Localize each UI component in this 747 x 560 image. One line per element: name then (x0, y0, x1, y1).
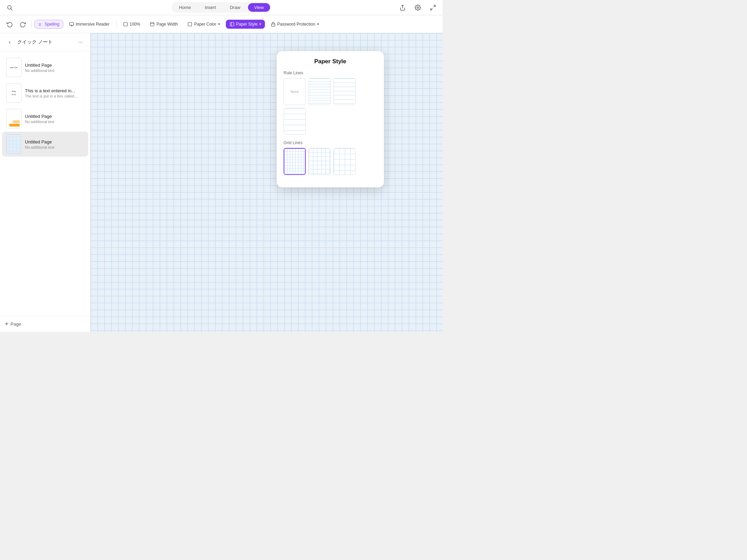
grid-medium-preview (309, 148, 330, 175)
page-subtitle-4: No additional text (25, 145, 84, 149)
popup-title: Paper Style (284, 58, 377, 65)
svg-rect-10 (123, 22, 127, 26)
rule-none-option[interactable]: None (284, 78, 306, 105)
svg-line-1 (11, 9, 12, 10)
paper-style-popup: Paper Style Rule Lines None Grid Lines (277, 51, 384, 187)
svg-line-5 (431, 8, 432, 10)
grid-large-option[interactable] (333, 148, 356, 175)
tab-view[interactable]: View (248, 3, 270, 12)
page-item-4[interactable]: Untitled Page No additional text (2, 132, 88, 157)
grid-small-option[interactable] (284, 148, 306, 175)
svg-line-4 (434, 5, 435, 7)
add-page-label: Page (11, 321, 21, 327)
page-item-3[interactable]: Untitled Page No additional text (2, 106, 88, 131)
zoom-button[interactable]: 100% (119, 20, 144, 29)
page-title-2: This is a text entered in... (25, 88, 84, 93)
main-canvas[interactable] (91, 33, 443, 332)
svg-rect-11 (150, 22, 154, 26)
nav-icons-right (397, 2, 439, 13)
immersive-reader-button[interactable]: Immersive Reader (65, 20, 113, 29)
sidebar-header: ‹ クイック ノート ··· (0, 33, 90, 52)
share-button[interactable] (397, 2, 408, 13)
sidebar-back-button[interactable]: ‹ (5, 37, 15, 47)
sidebar-title: クイック ノート (17, 39, 73, 45)
rule-wide-preview (284, 108, 305, 134)
svg-point-0 (8, 6, 11, 9)
divider-2 (116, 20, 117, 28)
sidebar-footer[interactable]: + Page (0, 316, 90, 332)
rule-medium-option[interactable] (333, 78, 356, 105)
immersive-reader-label: Immersive Reader (76, 22, 110, 27)
paper-style-label: Paper Style (236, 22, 258, 27)
page-info-3: Untitled Page No additional text (25, 114, 84, 124)
redo-button[interactable] (17, 19, 28, 30)
search-button[interactable] (4, 2, 15, 13)
grid-lines-label: Grid Lines (284, 140, 377, 145)
svg-rect-14 (230, 22, 234, 26)
page-thumb-4 (6, 134, 21, 154)
page-thumb-1: pen (on (6, 58, 21, 77)
page-thumb-2: dragarou (6, 83, 21, 103)
page-subtitle-1: No additional text (25, 68, 84, 73)
password-button[interactable]: Password Protection ▾ (267, 20, 323, 29)
page-item-2[interactable]: dragarou This is a text entered in... Th… (2, 81, 88, 105)
page-title-1: Untitled Page (25, 63, 84, 68)
none-label: None (290, 90, 299, 94)
page-subtitle-3: No additional text (25, 120, 84, 124)
page-title-3: Untitled Page (25, 114, 84, 119)
page-item-1[interactable]: pen (on Untitled Page No additional text (2, 55, 88, 80)
sidebar: ‹ クイック ノート ··· pen (on Untitled Page No … (0, 33, 91, 332)
rule-medium-preview (334, 78, 355, 105)
nav-icons-left (4, 2, 15, 13)
top-nav: Home Insert Draw View (0, 0, 443, 15)
settings-button[interactable] (412, 2, 423, 13)
svg-rect-16 (271, 24, 275, 26)
page-title-4: Untitled Page (25, 139, 84, 144)
sidebar-more-button[interactable]: ··· (76, 37, 85, 47)
rule-wide-option[interactable] (284, 108, 306, 135)
password-label: Password Protection (277, 22, 315, 27)
spelling-label: Spelling (45, 22, 59, 27)
password-chevron: ▾ (317, 22, 319, 26)
page-info-2: This is a text entered in... The text is… (25, 88, 84, 98)
grid-lines-grid (284, 148, 377, 175)
page-info-1: Untitled Page No additional text (25, 63, 84, 73)
grid-medium-option[interactable] (308, 148, 331, 175)
page-width-button[interactable]: Page Width (146, 20, 182, 29)
page-info-4: Untitled Page No additional text (25, 139, 84, 149)
paper-color-label: Paper Color (194, 22, 216, 27)
sidebar-pages: pen (on Untitled Page No additional text… (0, 52, 90, 316)
svg-rect-7 (70, 22, 74, 25)
divider-1 (31, 20, 31, 28)
rule-lines-label: Rule Lines (284, 71, 377, 75)
paper-style-button[interactable]: Paper Style ▾ (226, 20, 265, 29)
paper-color-chevron: ▾ (218, 22, 220, 26)
undo-button[interactable] (4, 19, 15, 30)
page-width-label: Page Width (156, 22, 178, 27)
rule-narrow-preview (309, 78, 330, 105)
zoom-label: 100% (130, 22, 140, 27)
nav-tabs: Home Insert Draw View (172, 2, 271, 13)
rule-lines-grid: None (284, 78, 377, 135)
tab-insert[interactable]: Insert (199, 3, 222, 12)
grid-large-preview (334, 148, 355, 175)
page-subtitle-2: The text is put in a box called... (25, 94, 84, 98)
paper-style-chevron: ▾ (259, 22, 261, 26)
expand-button[interactable] (427, 2, 439, 13)
svg-rect-13 (188, 22, 192, 26)
paper-color-button[interactable]: Paper Color ▾ (184, 20, 223, 29)
tab-home[interactable]: Home (173, 3, 197, 12)
add-page-icon: + (5, 320, 9, 328)
rule-narrow-option[interactable] (308, 78, 331, 105)
grid-small-preview (284, 149, 305, 174)
svg-point-3 (417, 7, 419, 8)
svg-text:文: 文 (38, 22, 42, 26)
spelling-button[interactable]: 文 Spelling (34, 20, 63, 29)
page-thumb-3 (6, 109, 21, 128)
tab-draw[interactable]: Draw (223, 3, 246, 12)
toolbar: 文 Spelling Immersive Reader 100% Page Wi… (0, 15, 443, 33)
